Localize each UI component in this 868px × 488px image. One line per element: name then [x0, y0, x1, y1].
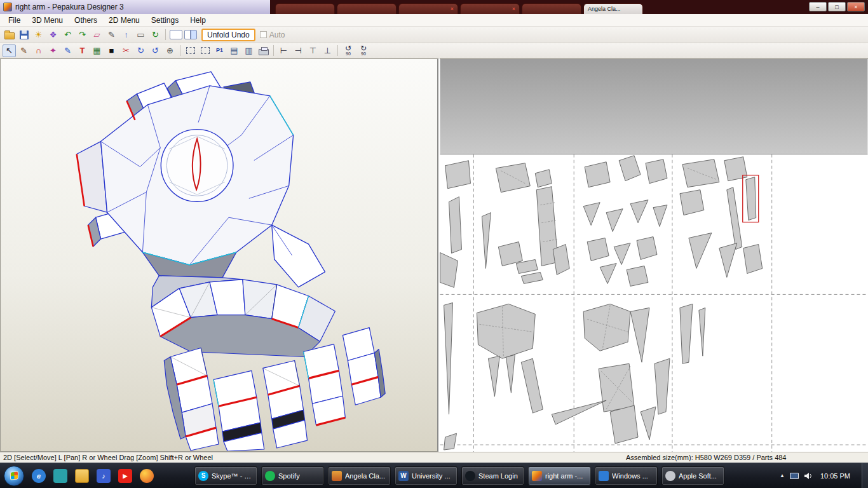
explorer-glyph [75, 469, 89, 483]
pinned-app-icon-2[interactable] [51, 467, 69, 485]
sheet-icon[interactable]: ▤ [227, 44, 241, 57]
print-icon[interactable] [257, 44, 270, 57]
select-rect-move-icon[interactable] [198, 44, 212, 57]
pinned-app-icon-6[interactable] [138, 467, 156, 485]
app-title-zone[interactable]: right arm - Pepakura Designer 3 [0, 0, 270, 14]
scissors-icon[interactable]: ✂ [119, 44, 133, 57]
taskbar-button-word[interactable]: W University ... [395, 466, 458, 485]
pen-icon[interactable]: ✎ [105, 29, 118, 41]
rotate-ccw-icon[interactable]: ↺ [149, 44, 162, 57]
media-glyph: ♪ [97, 469, 111, 483]
taskbar-button-browser-window[interactable]: Angela Cla... [328, 466, 391, 485]
youtube-glyph: ▶ [118, 469, 132, 483]
menu-others[interactable]: Others [69, 15, 103, 26]
refresh-icon[interactable]: ↻ [149, 29, 162, 41]
taskbar-button-steam[interactable]: Steam Login [461, 466, 524, 485]
rotate-cw-icon[interactable]: ↻ [134, 44, 147, 57]
taskbar-button-pepakura[interactable]: right arm -... [528, 466, 591, 485]
toolbar-2d: ↖ ✎ ∩ ✦ ✎ T ▦ ■ ✂ ↻ ↺ ⊕ P1 ▤ ▥ ⊢ ⊣ ⊤ ⊥ ↺… [0, 43, 868, 58]
bounds-icon[interactable]: ▭ [134, 29, 147, 41]
edit-tool-icon[interactable]: ✎ [17, 44, 31, 57]
page-number-icon[interactable]: P1 [213, 44, 226, 57]
dashed-rect-glyph [186, 47, 195, 54]
text-tool-icon[interactable]: T [76, 44, 89, 57]
youtube-icon[interactable]: ▶ [116, 467, 134, 485]
view-split-icon[interactable] [184, 29, 197, 41]
steam-icon [465, 471, 475, 481]
select-rect-icon[interactable] [184, 44, 197, 57]
swatch-icon[interactable]: ■ [105, 44, 118, 57]
2d-pattern-canvas[interactable] [440, 58, 868, 452]
pencil-icon[interactable]: ✎ [61, 44, 74, 57]
maximize-button[interactable]: □ [828, 2, 846, 11]
menu-settings[interactable]: Settings [146, 15, 184, 26]
window-title: right arm - Pepakura Designer 3 [15, 3, 124, 11]
browser-tab-label: Angela Cla... [588, 6, 621, 12]
tab-close-icon[interactable]: × [451, 6, 454, 12]
minimize-button[interactable]: – [809, 2, 827, 11]
taskbar-button-spotify[interactable]: Spotify [261, 466, 324, 485]
2d-unfolded-parts [440, 59, 868, 452]
media-app-icon[interactable]: ♪ [95, 467, 112, 485]
eraser-icon[interactable]: ▱ [90, 29, 104, 41]
browser-icon[interactable]: e [30, 467, 48, 485]
panel-glyph [170, 30, 182, 39]
show-desktop-button[interactable] [862, 463, 868, 488]
task-label: University ... [412, 472, 451, 480]
view-layout-icon[interactable] [169, 29, 182, 41]
toolbar-separator [337, 45, 338, 56]
magnet-icon[interactable]: ∩ [32, 44, 45, 57]
taskbar-clock[interactable]: 10:05 PM [818, 472, 857, 480]
palette-icon[interactable]: ✦ [46, 44, 60, 57]
rotate-90-ccw-button[interactable]: ↺ 90 [341, 45, 355, 56]
browser-tab[interactable] [275, 3, 335, 14]
save-icon[interactable] [17, 29, 31, 41]
spotify-icon [265, 471, 275, 481]
align-top-icon[interactable]: ⊤ [306, 44, 320, 57]
pinned-glyph [140, 469, 154, 483]
bulb-icon[interactable]: ☀ [32, 29, 45, 41]
texture-icon[interactable]: ❖ [46, 29, 60, 41]
pan-icon[interactable]: ⊕ [163, 44, 177, 57]
word-icon: W [398, 471, 409, 481]
unfold-undo-button[interactable]: Unfold Undo [201, 29, 255, 41]
undo-icon[interactable]: ↶ [61, 29, 74, 41]
align-left-icon[interactable]: ⊢ [277, 44, 290, 57]
browser-tab[interactable] [337, 3, 397, 14]
browser-tab[interactable]: × [460, 3, 520, 14]
image-tool-icon[interactable]: ▦ [90, 44, 104, 57]
desktop-screen: right arm - Pepakura Designer 3 × × Ange… [0, 0, 868, 488]
menu-file[interactable]: File [3, 15, 26, 26]
3d-viewport[interactable] [0, 58, 438, 452]
browser-tab[interactable] [522, 3, 581, 14]
menu-2d[interactable]: 2D Menu [103, 15, 146, 26]
align-bottom-icon[interactable]: ⊥ [321, 44, 334, 57]
redo-icon[interactable]: ↷ [76, 29, 89, 41]
start-button[interactable] [4, 466, 24, 486]
sheet-grid-icon[interactable]: ▥ [242, 44, 255, 57]
p1-glyph: P1 [216, 46, 223, 55]
select-tool-icon[interactable]: ↖ [3, 44, 16, 57]
open-folder-icon[interactable] [3, 29, 16, 41]
volume-icon[interactable] [804, 472, 813, 480]
auto-checkbox-group[interactable]: Auto [260, 30, 285, 39]
browser-tab[interactable]: × [398, 3, 458, 14]
close-button[interactable]: × [847, 2, 865, 11]
tab-close-icon[interactable]: × [512, 6, 515, 12]
auto-checkbox[interactable] [260, 31, 267, 38]
show-hidden-icons[interactable]: ▲ [780, 473, 785, 478]
browser-tab-active[interactable]: Angela Cla... [583, 3, 643, 14]
align-right-icon[interactable]: ⊣ [292, 44, 305, 57]
taskbar-button-skype[interactable]: S Skype™ - a... [194, 466, 257, 485]
toolbar-separator [273, 45, 274, 56]
import-icon[interactable]: ↑ [119, 29, 133, 41]
taskbar-button-apple[interactable]: Apple Soft... [661, 466, 724, 485]
rotate-90-cw-button[interactable]: ↻ 90 [356, 45, 370, 56]
explorer-icon[interactable] [73, 467, 91, 485]
main-workspace [0, 58, 868, 452]
pepakura-icon [532, 471, 542, 481]
menu-help[interactable]: Help [184, 15, 212, 26]
taskbar-button-windows[interactable]: Windows ... [595, 466, 658, 485]
network-icon[interactable] [790, 473, 799, 479]
menu-3d[interactable]: 3D Menu [26, 15, 69, 26]
